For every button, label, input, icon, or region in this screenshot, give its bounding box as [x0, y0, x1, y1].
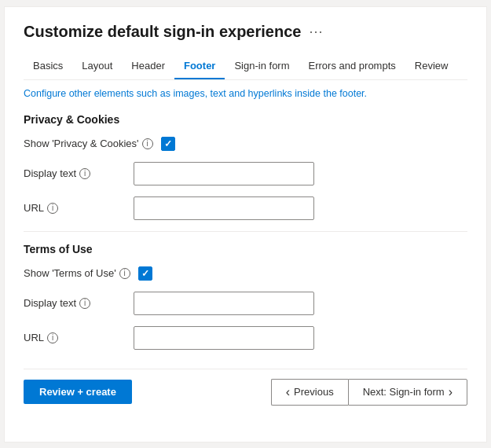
terms-show-row: Show 'Terms of Use' i: [24, 266, 467, 281]
nav-tabs: Basics Layout Header Footer Sign-in form…: [24, 53, 467, 80]
terms-display-text-input[interactable]: [134, 292, 314, 315]
privacy-display-text-label: Display text i: [24, 167, 126, 179]
privacy-url-info-icon[interactable]: i: [47, 203, 58, 214]
more-options-icon[interactable]: ···: [309, 24, 323, 40]
terms-url-input[interactable]: [134, 326, 314, 350]
privacy-show-info-icon[interactable]: i: [142, 138, 153, 149]
terms-display-text-info-icon[interactable]: i: [79, 298, 90, 309]
privacy-section-title: Privacy & Cookies: [24, 113, 467, 126]
terms-display-text-row: Display text i: [24, 292, 467, 315]
terms-url-info-icon[interactable]: i: [47, 332, 58, 343]
privacy-display-text-input[interactable]: [134, 162, 314, 185]
nav-buttons: Previous Next: Sign-in form: [271, 379, 467, 406]
terms-show-checkbox[interactable]: [138, 266, 152, 281]
info-text: Configure other elements such as images,…: [24, 88, 467, 99]
tab-errors-prompts[interactable]: Errors and prompts: [299, 53, 405, 79]
tab-review[interactable]: Review: [405, 53, 458, 79]
terms-url-label: URL i: [24, 332, 126, 343]
previous-button[interactable]: Previous: [271, 379, 348, 406]
tab-basics[interactable]: Basics: [24, 53, 72, 79]
terms-show-info-icon[interactable]: i: [119, 268, 130, 279]
privacy-show-row: Show 'Privacy & Cookies' i: [24, 137, 467, 151]
page-title: Customize default sign-in experience: [24, 23, 301, 41]
tab-footer[interactable]: Footer: [174, 53, 225, 79]
privacy-show-checkbox[interactable]: [161, 137, 175, 151]
privacy-display-text-info-icon[interactable]: i: [79, 168, 90, 179]
privacy-display-text-row: Display text i: [24, 162, 467, 185]
tab-header[interactable]: Header: [122, 53, 174, 79]
terms-show-label: Show 'Terms of Use' i: [24, 267, 130, 279]
privacy-section: Privacy & Cookies Show 'Privacy & Cookie…: [24, 113, 467, 220]
privacy-url-row: URL i: [24, 196, 467, 220]
privacy-url-label: URL i: [24, 202, 126, 214]
privacy-show-label: Show 'Privacy & Cookies' i: [24, 138, 153, 149]
chevron-right-icon: [449, 385, 453, 399]
tab-layout[interactable]: Layout: [72, 53, 122, 79]
terms-section: Terms of Use Show 'Terms of Use' i Displ…: [24, 243, 467, 350]
main-card: Customize default sign-in experience ···…: [4, 6, 487, 442]
terms-url-row: URL i: [24, 326, 467, 350]
section-divider: [24, 231, 467, 232]
next-button[interactable]: Next: Sign-in form: [348, 379, 467, 406]
tab-signin-form[interactable]: Sign-in form: [225, 53, 299, 79]
footer-bar: Review + create Previous Next: Sign-in f…: [24, 369, 467, 406]
terms-display-text-label: Display text i: [24, 297, 126, 309]
chevron-left-icon: [286, 385, 290, 399]
privacy-url-input[interactable]: [134, 196, 314, 220]
review-create-button[interactable]: Review + create: [24, 380, 132, 404]
title-row: Customize default sign-in experience ···: [24, 23, 467, 41]
terms-section-title: Terms of Use: [24, 243, 467, 255]
